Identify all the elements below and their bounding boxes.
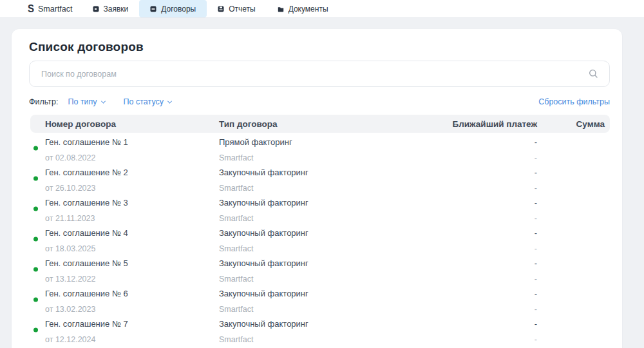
contract-factor: Smartfact bbox=[219, 335, 434, 345]
reports-icon bbox=[218, 6, 224, 12]
next-payment-cell: - - bbox=[434, 258, 537, 284]
search-input[interactable] bbox=[29, 61, 610, 87]
status-dot-icon bbox=[33, 327, 38, 332]
filter-by-status-label: По статусу bbox=[124, 97, 164, 106]
contract-type: Прямой факторинг bbox=[219, 137, 434, 148]
status-dot-icon bbox=[33, 146, 38, 150]
filter-by-type[interactable]: По типу bbox=[68, 97, 104, 106]
filter-by-status[interactable]: По статусу bbox=[124, 97, 171, 106]
table-row[interactable]: Ген. соглашение № 4 от 18.03.2025 Закупо… bbox=[30, 224, 610, 254]
next-payment-cell: - - bbox=[434, 168, 537, 193]
contract-type-cell: Закупочный факторинг Smartfact bbox=[219, 319, 434, 345]
column-header-sum: Сумма bbox=[537, 119, 605, 129]
filter-by-type-label: По типу bbox=[68, 97, 97, 106]
contract-date: от 13.02.2023 bbox=[45, 305, 219, 314]
main-nav: Заявки Договоры Отчеты Документы bbox=[82, 0, 339, 17]
brand-name: Smartfact bbox=[38, 5, 73, 14]
search-icon[interactable] bbox=[589, 69, 598, 79]
contract-type-cell: Закупочный факторинг Smartfact bbox=[219, 198, 434, 224]
contract-number-cell: Ген. соглашение № 6 от 13.02.2023 bbox=[45, 289, 219, 314]
status-dot-icon bbox=[33, 237, 38, 241]
next-payment-cell: - - bbox=[434, 198, 537, 224]
status-dot-icon bbox=[33, 206, 38, 211]
sum-cell bbox=[537, 258, 605, 284]
contract-number-cell: Ген. соглашение № 4 от 18.03.2025 bbox=[45, 228, 219, 254]
tab-contracts[interactable]: Договоры bbox=[139, 0, 207, 17]
reset-filters-link[interactable]: Сбросить фильтры bbox=[538, 97, 610, 106]
contract-number-cell: Ген. соглашение № 1 от 02.08.2022 bbox=[45, 137, 219, 163]
column-header-type: Тип договора bbox=[219, 119, 434, 129]
contract-type-cell: Закупочный факторинг Smartfact bbox=[219, 168, 434, 193]
contract-date: от 26.10.2023 bbox=[45, 184, 219, 193]
brand-logo[interactable]: S Smartfact bbox=[28, 0, 73, 17]
table-row[interactable]: Ген. соглашение № 7 от 12.12.2024 Закупо… bbox=[30, 314, 610, 345]
next-payment-sub: - bbox=[434, 184, 537, 193]
next-payment-value: - bbox=[434, 289, 537, 299]
next-payment-value: - bbox=[434, 137, 537, 148]
page-title: Список договоров bbox=[29, 40, 610, 54]
sum-cell bbox=[537, 198, 605, 224]
contract-type-cell: Закупочный факторинг Smartfact bbox=[219, 258, 434, 284]
contract-type: Закупочный факторинг bbox=[219, 258, 434, 269]
next-payment-sub: - bbox=[434, 214, 537, 224]
contracts-card: Список договоров Фильтр: По типу По стат… bbox=[12, 29, 622, 348]
sum-cell bbox=[537, 137, 605, 163]
table-header: Номер договора Тип договора Ближайший пл… bbox=[30, 115, 610, 133]
contract-number: Ген. соглашение № 7 bbox=[45, 319, 219, 329]
table-row[interactable]: Ген. соглашение № 5 от 13.12.2022 Закупо… bbox=[30, 254, 610, 284]
contract-number-cell: Ген. соглашение № 2 от 26.10.2023 bbox=[45, 168, 219, 193]
sum-cell bbox=[537, 289, 605, 314]
contract-number: Ген. соглашение № 5 bbox=[45, 258, 219, 269]
smartfact-logo-icon: S bbox=[28, 4, 34, 14]
contract-factor: Smartfact bbox=[219, 214, 434, 224]
contract-type-cell: Закупочный факторинг Smartfact bbox=[219, 228, 434, 254]
contract-date: от 13.12.2022 bbox=[45, 275, 219, 284]
table-row[interactable]: Ген. соглашение № 3 от 21.11.2023 Закупо… bbox=[30, 193, 610, 224]
contracts-icon bbox=[150, 6, 156, 12]
next-payment-value: - bbox=[434, 228, 537, 238]
next-payment-sub: - bbox=[434, 335, 537, 345]
contract-factor: Smartfact bbox=[219, 184, 434, 193]
table-row[interactable]: Ген. соглашение № 1 от 02.08.2022 Прямой… bbox=[30, 133, 610, 163]
sum-cell bbox=[537, 228, 605, 254]
tab-label: Заявки bbox=[104, 5, 129, 14]
contract-factor: Smartfact bbox=[219, 275, 434, 284]
next-payment-cell: - - bbox=[434, 228, 537, 254]
chevron-down-icon bbox=[101, 99, 106, 103]
next-payment-sub: - bbox=[434, 275, 537, 284]
next-payment-value: - bbox=[434, 258, 537, 269]
tab-requests[interactable]: Заявки bbox=[82, 0, 140, 17]
next-payment-cell: - - bbox=[434, 289, 537, 314]
sum-cell bbox=[537, 168, 605, 193]
contract-type: Закупочный факторинг bbox=[219, 319, 434, 329]
next-payment-sub: - bbox=[434, 305, 537, 314]
tab-reports[interactable]: Отчеты bbox=[207, 0, 266, 17]
table-row[interactable]: Ген. соглашение № 6 от 13.02.2023 Закупо… bbox=[30, 284, 610, 314]
next-payment-cell: - - bbox=[434, 137, 537, 163]
column-header-number: Номер договора bbox=[45, 119, 219, 129]
filter-label: Фильтр: bbox=[29, 97, 58, 106]
contract-date: от 12.12.2024 bbox=[45, 335, 219, 345]
next-payment-sub: - bbox=[434, 153, 537, 163]
table-body: Ген. соглашение № 1 от 02.08.2022 Прямой… bbox=[30, 133, 610, 345]
contract-number: Ген. соглашение № 6 bbox=[45, 289, 219, 299]
contract-number-cell: Ген. соглашение № 7 от 12.12.2024 bbox=[45, 319, 219, 345]
chevron-down-icon bbox=[167, 99, 172, 103]
status-dot-icon bbox=[33, 297, 38, 302]
column-header-payment: Ближайший платеж bbox=[434, 119, 537, 129]
documents-icon bbox=[278, 6, 284, 12]
contract-number: Ген. соглашение № 3 bbox=[45, 198, 219, 208]
next-payment-sub: - bbox=[434, 244, 537, 254]
contract-type: Закупочный факторинг bbox=[219, 228, 434, 238]
next-payment-value: - bbox=[434, 168, 537, 178]
status-dot-icon bbox=[33, 176, 38, 180]
contract-date: от 18.03.2025 bbox=[45, 244, 219, 254]
contract-factor: Smartfact bbox=[219, 305, 434, 314]
table-row[interactable]: Ген. соглашение № 2 от 26.10.2023 Закупо… bbox=[30, 163, 610, 193]
contract-type-cell: Прямой факторинг Smartfact bbox=[219, 137, 434, 163]
contract-date: от 21.11.2023 bbox=[45, 214, 219, 224]
contracts-table: Номер договора Тип договора Ближайший пл… bbox=[30, 115, 610, 345]
tab-documents[interactable]: Документы bbox=[267, 0, 339, 17]
status-dot-icon bbox=[33, 267, 38, 271]
contract-type: Закупочный факторинг bbox=[219, 198, 434, 208]
